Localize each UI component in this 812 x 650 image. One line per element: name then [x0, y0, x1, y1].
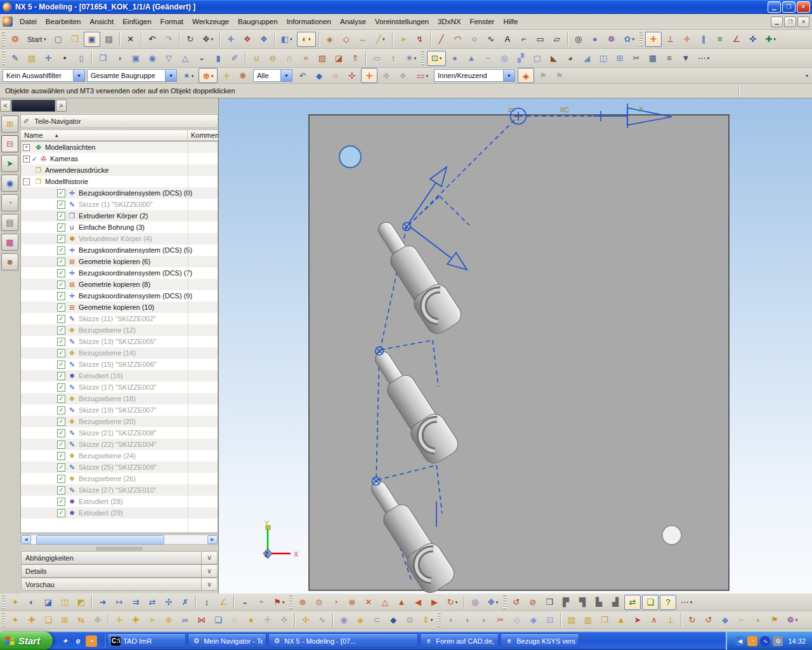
- constraint-fix-icon[interactable]: ✜: [745, 32, 761, 46]
- feature-checkbox[interactable]: ✓: [57, 429, 65, 437]
- pull-face-icon[interactable]: ↦: [112, 595, 127, 609]
- datum-plane-icon[interactable]: ▧: [24, 51, 39, 65]
- hole-highlighted[interactable]: [339, 146, 361, 168]
- shell-icon[interactable]: ▢: [530, 51, 545, 65]
- feature-checkbox[interactable]: ✓: [57, 509, 65, 517]
- constraint-angle-icon[interactable]: ∠: [729, 32, 744, 46]
- offset-region-icon[interactable]: ⇉: [128, 595, 143, 609]
- extrude-icon[interactable]: ❒: [95, 51, 110, 65]
- instance-geometry-icon[interactable]: ✳: [402, 51, 420, 65]
- context-help-icon[interactable]: ➢: [396, 32, 411, 46]
- pin-icon[interactable]: ✐: [23, 117, 29, 126]
- no-selection-icon[interactable]: ⊘: [525, 595, 540, 609]
- add-body-icon[interactable]: ✛: [112, 613, 127, 627]
- form-2-icon[interactable]: ▥: [580, 613, 596, 627]
- expander-icon[interactable]: -: [23, 178, 30, 185]
- chevron-down-icon[interactable]: ▼: [165, 70, 176, 81]
- selection-scope-combo[interactable]: Gesamte Baugruppe ▼: [87, 69, 177, 82]
- sketch-csys-icon[interactable]: ✛: [645, 32, 662, 47]
- snap-enable-icon[interactable]: ⊕: [199, 68, 218, 83]
- start-menu-button[interactable]: Start: [25, 32, 49, 46]
- bent-sheet-1-icon[interactable]: ◗: [443, 613, 459, 627]
- datum-axis-icon[interactable]: ╱: [372, 32, 390, 46]
- feature-checkbox[interactable]: ✓: [57, 498, 65, 506]
- sheet-cut-icon[interactable]: ✂: [493, 613, 508, 627]
- feature-checkbox[interactable]: ✓: [57, 338, 65, 346]
- scrollbar-thumb[interactable]: [36, 535, 164, 545]
- chevron-down-icon[interactable]: ▼: [73, 70, 84, 81]
- hide-icon[interactable]: ◪: [41, 595, 56, 609]
- lattice-icon[interactable]: ⊞: [57, 613, 72, 627]
- edit-feature-icon[interactable]: ⊕: [295, 595, 310, 609]
- selection-depth-combo[interactable]: Alle ▼: [253, 69, 292, 82]
- fit-view-icon[interactable]: ✥: [484, 595, 502, 609]
- toolbar-overflow-icon[interactable]: ▾: [806, 73, 812, 79]
- point-icon[interactable]: •: [57, 51, 72, 65]
- collapse-left-button[interactable]: <: [0, 100, 11, 112]
- gray-flag-1-icon[interactable]: ⚑: [535, 69, 551, 83]
- angular-dimension-icon[interactable]: ∠: [216, 595, 231, 609]
- feature-checkbox[interactable]: ✓: [57, 441, 65, 449]
- history-tab[interactable]: ◔: [1, 194, 18, 211]
- probe-alt-icon[interactable]: ✜: [277, 613, 292, 627]
- restore-button[interactable]: ❐: [782, 1, 796, 13]
- ghost-move-icon[interactable]: ✥: [379, 69, 394, 83]
- link-icon[interactable]: ∞: [178, 613, 193, 627]
- graphics-viewport[interactable]: ZC XC X: [218, 98, 812, 594]
- cone-icon[interactable]: ▲: [464, 51, 479, 65]
- arrow-right-icon[interactable]: ➤: [630, 613, 645, 627]
- corner-br-icon[interactable]: ▟: [608, 595, 623, 609]
- feature-checkbox[interactable]: ✓: [57, 189, 65, 197]
- new-file-icon[interactable]: ▢: [51, 32, 66, 46]
- expand-right-button[interactable]: >: [56, 100, 67, 112]
- menu-item[interactable]: Datei: [15, 16, 41, 27]
- linear-dimension-icon[interactable]: ↕: [199, 595, 214, 609]
- accordion-bar[interactable]: Vorschau ∨: [21, 578, 218, 591]
- sketch-icon[interactable]: ✎: [8, 51, 23, 65]
- feature-checkbox[interactable]: ✓: [57, 361, 65, 369]
- circle-center-icon[interactable]: ◎: [571, 32, 586, 46]
- groove-icon[interactable]: ◒: [194, 51, 209, 65]
- wave-icon[interactable]: ∿: [315, 613, 330, 627]
- reuse-library-tab[interactable]: ➤: [1, 155, 18, 172]
- sketch-corner-icon[interactable]: ⌐: [516, 32, 532, 46]
- target-icon[interactable]: ◎: [468, 595, 483, 609]
- direction-icon[interactable]: ↑: [386, 51, 401, 65]
- replace-face-icon[interactable]: ⇄: [145, 595, 160, 609]
- taskbar-task[interactable]: ❂ Mein Navigator - Tea...: [188, 633, 266, 648]
- constraint-coincident-icon[interactable]: ✛: [679, 32, 695, 46]
- accordion-bar[interactable]: Abhängigkeiten ∨: [21, 551, 218, 564]
- sketch-rectangle-icon[interactable]: ▭: [533, 32, 548, 46]
- bulb-off-icon[interactable]: ○: [227, 613, 242, 627]
- add-instance-icon[interactable]: ✚: [128, 613, 143, 627]
- shaded-select-cube-icon[interactable]: ◈: [518, 68, 534, 83]
- mdi-restore-button[interactable]: ❐: [784, 17, 796, 27]
- feature-checkbox[interactable]: ✓: [57, 212, 65, 220]
- selection-filter-combo[interactable]: Kein Auswahlfilter ▼: [3, 69, 85, 82]
- sketch-line-icon[interactable]: ╱: [434, 32, 449, 46]
- update-feature-icon[interactable]: ▲: [394, 595, 409, 609]
- suppress-feature-icon[interactable]: ⊗: [344, 595, 360, 609]
- sketch-polygon-icon[interactable]: ▱: [549, 32, 565, 46]
- feature-checkbox[interactable]: ✓: [57, 303, 65, 312]
- edit-section-icon[interactable]: ⚑: [270, 595, 288, 609]
- ie-quick-icon[interactable]: e: [72, 635, 84, 647]
- feature-checkbox[interactable]: ✓: [57, 315, 65, 323]
- menu-item[interactable]: Informationen: [282, 16, 336, 27]
- materials-tab[interactable]: ▩: [1, 234, 18, 251]
- invert-shown-icon[interactable]: ◩: [74, 595, 89, 609]
- taskbar-task[interactable]: e Bezugs KSYS verschie...: [501, 633, 579, 648]
- hole-icon[interactable]: ▮: [211, 51, 226, 65]
- feature-checkbox[interactable]: ✓: [57, 372, 65, 380]
- tool-t-icon[interactable]: ⊥: [663, 613, 678, 627]
- save-icon[interactable]: ▣: [84, 32, 100, 47]
- corner-bl-icon[interactable]: ▙: [591, 595, 606, 609]
- combine-icon[interactable]: ⊕: [161, 613, 176, 627]
- switch-window-icon[interactable]: ⇄: [624, 595, 641, 610]
- constraint-horizontal-icon[interactable]: ≡: [712, 32, 728, 46]
- bent-sheet-3-icon[interactable]: ◗: [476, 613, 492, 627]
- quick-pick-icon[interactable]: ✶: [180, 69, 197, 83]
- clip-section-icon[interactable]: ◓: [254, 595, 269, 609]
- unite-icon[interactable]: ∪: [249, 51, 264, 65]
- column-header-comment[interactable]: Kommen: [188, 129, 218, 141]
